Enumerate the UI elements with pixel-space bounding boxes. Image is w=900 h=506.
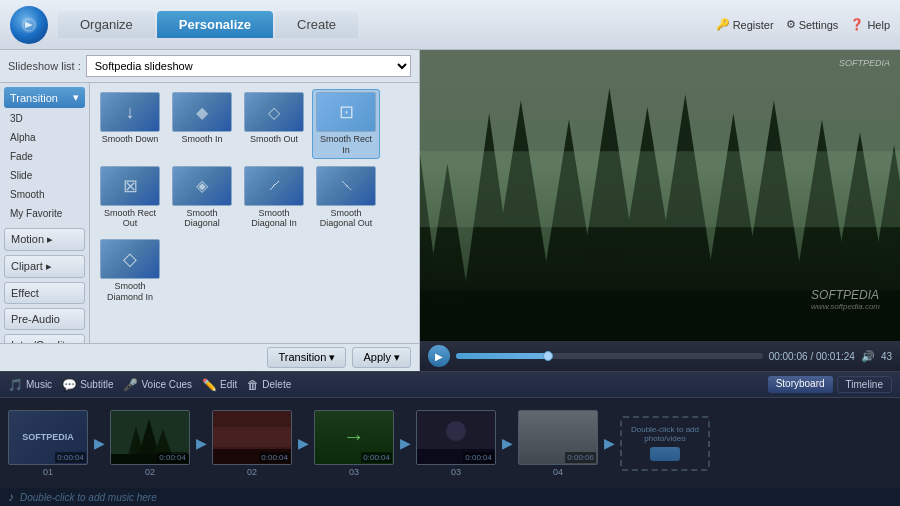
menu-item-3d[interactable]: 3D [4,110,85,127]
sb-num-03b: 03 [451,467,461,477]
sb-trans-03: ▶ [294,416,312,471]
trans-smooth-rect-out[interactable]: Smooth Rect Out [96,163,164,233]
slideshow-label: Slideshow list : [8,60,81,72]
trash-icon: 🗑 [247,378,259,392]
trans-smooth-out[interactable]: Smooth Out [240,89,308,159]
clipart-button[interactable]: Clipart ▸ [4,255,85,278]
storyboard-item-02b: 0:00:04 02 [212,410,292,477]
trans-smooth-rect-in[interactable]: Smooth Rect In [312,89,380,159]
tab-organize[interactable]: Organize [58,11,155,38]
trans-smooth-diagonal-in[interactable]: Smooth Diagonal In [240,163,308,233]
svg-point-29 [446,421,466,441]
time-display: 00:00:06 / 00:01:24 [769,351,855,362]
storyboard-toolbar: 🎵 Music 💬 Subtitle 🎤 Voice Cues ✏️ Edit … [0,372,900,398]
pre-audio-button[interactable]: Pre-Audio [4,308,85,330]
left-panel: Slideshow list : Softpedia slideshow Tra… [0,50,420,371]
sb-thumb-04[interactable]: 0:00:06 [518,410,598,465]
edit-tool[interactable]: ✏️ Edit [202,378,237,392]
edit-icon: ✏️ [202,378,217,392]
slideshow-bar: Slideshow list : Softpedia slideshow [0,50,419,83]
progress-handle[interactable] [543,351,553,361]
top-bar: Organize Personalize Create 🔑 Register ⚙… [0,0,900,50]
trans-smooth-diagonal-out[interactable]: Smooth Diagonal Out [312,163,380,233]
right-panel: SOFTPEDIA SOFTPEDIA www.softpedia.com ▶ … [420,50,900,371]
slideshow-select[interactable]: Softpedia slideshow [86,55,411,77]
sb-trans-05: ▶ [498,416,516,471]
storyboard-view-btn[interactable]: Storyboard [768,376,833,393]
menu-item-favorite[interactable]: My Favorite [4,205,85,222]
svg-rect-26 [213,427,291,447]
motion-button[interactable]: Motion ▸ [4,228,85,251]
gear-icon: ⚙ [786,18,796,31]
play-button[interactable]: ▶ [428,345,450,367]
music-placeholder: Double-click to add music here [20,492,157,503]
register-button[interactable]: 🔑 Register [716,18,774,31]
progress-bar[interactable] [456,353,763,359]
sb-num-02b: 02 [247,467,257,477]
video-controls: ▶ 00:00:06 / 00:01:24 🔊 43 [420,341,900,371]
sb-thumb-02[interactable]: 0:00:04 [110,410,190,465]
side-menu: Transition ▾ 3D Alpha Fade Slide Smooth … [0,83,90,343]
menu-item-slide[interactable]: Slide [4,167,85,184]
music-bar[interactable]: ♪ Double-click to add music here [0,488,900,506]
storyboard-item-03b: 0:00:04 03 [416,410,496,477]
sb-trans-04: ▶ [396,416,414,471]
tab-personalize[interactable]: Personalize [157,11,273,38]
voice-cues-tool[interactable]: 🎤 Voice Cues [123,378,192,392]
transition-dropdown-btn[interactable]: Transition ▾ [267,347,346,368]
storyboard-strip: SOFTPEDIA 0:00:04 01 ▶ 0:00:04 [0,398,900,488]
sb-num-02: 02 [145,467,155,477]
storyboard-section: 🎵 Music 💬 Subtitle 🎤 Voice Cues ✏️ Edit … [0,371,900,506]
music-icon: 🎵 [8,378,23,392]
volume-icon: 🔊 [861,350,875,363]
music-tool[interactable]: 🎵 Music [8,378,52,392]
menu-item-smooth[interactable]: Smooth [4,186,85,203]
storyboard-add-item[interactable]: Double-click to add photo/video [620,416,710,471]
apply-btn[interactable]: Apply ▾ [352,347,411,368]
transition-section-header[interactable]: Transition ▾ [4,87,85,108]
quality-display: 43 [881,351,892,362]
trans-smooth-down[interactable]: Smooth Down [96,89,164,159]
register-icon: 🔑 [716,18,730,31]
microphone-icon: 🎤 [123,378,138,392]
help-button[interactable]: ❓ Help [850,18,890,31]
softpedia-watermark-mid: SOFTPEDIA www.softpedia.com [811,288,880,311]
storyboard-item-03: → 0:00:04 03 [314,410,394,477]
help-icon: ❓ [850,18,864,31]
panel-body: Transition ▾ 3D Alpha Fade Slide Smooth … [0,83,419,343]
effect-button[interactable]: Effect [4,282,85,304]
top-right-actions: 🔑 Register ⚙ Settings ❓ Help [716,18,890,31]
view-toggle: Storyboard Timeline [768,376,892,393]
sb-thumb-01[interactable]: SOFTPEDIA 0:00:04 [8,410,88,465]
tab-create[interactable]: Create [275,11,358,38]
menu-item-fade[interactable]: Fade [4,148,85,165]
sb-trans-01: ▶ [90,416,108,471]
delete-tool[interactable]: 🗑 Delete [247,378,291,392]
menu-item-alpha[interactable]: Alpha [4,129,85,146]
app-logo [10,6,48,44]
settings-button[interactable]: ⚙ Settings [786,18,839,31]
music-note-icon: ♪ [8,490,14,504]
subtitle-icon: 💬 [62,378,77,392]
trans-smooth-diagonal[interactable]: Smooth Diagonal [168,163,236,233]
storyboard-item-01: SOFTPEDIA 0:00:04 01 [8,410,88,477]
progress-fill [456,353,548,359]
transition-grid: Smooth Down Smooth In Smooth Out [90,83,419,343]
video-preview: SOFTPEDIA SOFTPEDIA www.softpedia.com [420,50,900,341]
panel-bottom: Transition ▾ Apply ▾ [0,343,419,371]
sb-thumb-03b[interactable]: 0:00:04 [416,410,496,465]
subtitle-tool[interactable]: 💬 Subtitle [62,378,113,392]
sb-num-03: 03 [349,467,359,477]
softpedia-watermark-top: SOFTPEDIA [839,58,890,68]
sb-num-01: 01 [43,467,53,477]
trans-smooth-diamond-in[interactable]: Smooth Diamond In [96,236,164,306]
intro-credit-button[interactable]: Intro/Credit [4,334,85,343]
trans-smooth-in[interactable]: Smooth In [168,89,236,159]
sb-trans-02: ▶ [192,416,210,471]
sb-thumb-03[interactable]: → 0:00:04 [314,410,394,465]
svg-rect-18 [420,151,900,227]
sb-num-04: 04 [553,467,563,477]
storyboard-item-02: 0:00:04 02 [110,410,190,477]
sb-thumb-02b[interactable]: 0:00:04 [212,410,292,465]
timeline-view-btn[interactable]: Timeline [837,376,892,393]
